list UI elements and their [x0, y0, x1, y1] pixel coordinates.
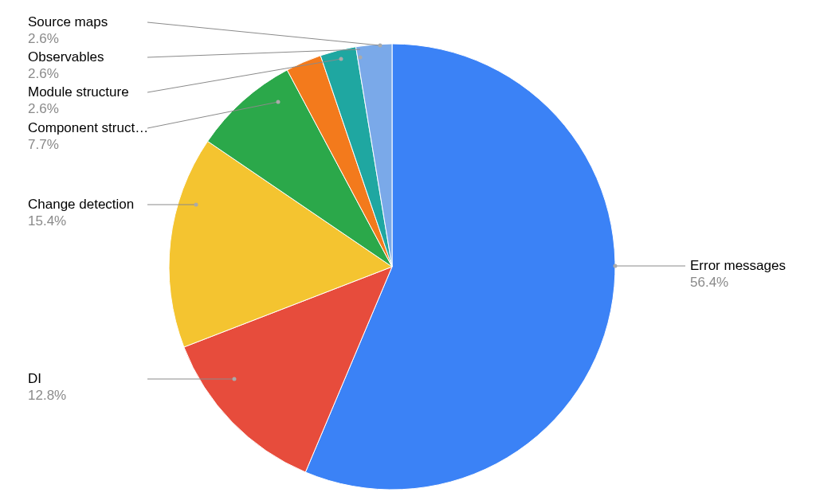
label-observables: Observables 2.6%	[28, 49, 104, 83]
label-error-messages: Error messages 56.4%	[690, 257, 786, 291]
label-change-detection: Change detection 15.4%	[28, 196, 134, 230]
pie-svg	[169, 44, 615, 490]
label-percent: 56.4%	[690, 274, 786, 291]
label-percent: 2.6%	[28, 65, 104, 82]
label-source-maps: Source maps 2.6%	[28, 14, 108, 48]
label-name: Error messages	[690, 257, 786, 274]
label-name: DI	[28, 370, 66, 387]
label-name: Observables	[28, 49, 104, 65]
label-name: Component struct…	[28, 119, 148, 136]
label-name: Source maps	[28, 14, 108, 30]
label-percent: 15.4%	[28, 213, 134, 229]
label-percent: 2.6%	[28, 100, 129, 117]
pie-chart: Error messages 56.4% DI 12.8% Change det…	[0, 0, 816, 504]
label-percent: 12.8%	[28, 387, 66, 404]
label-component-structure: Component struct… 7.7%	[28, 119, 148, 154]
label-percent: 7.7%	[28, 136, 148, 153]
label-module-structure: Module structure 2.6%	[28, 84, 129, 118]
label-percent: 2.6%	[28, 30, 108, 47]
label-di: DI 12.8%	[28, 370, 66, 404]
label-name: Module structure	[28, 84, 129, 100]
label-name: Change detection	[28, 196, 134, 213]
